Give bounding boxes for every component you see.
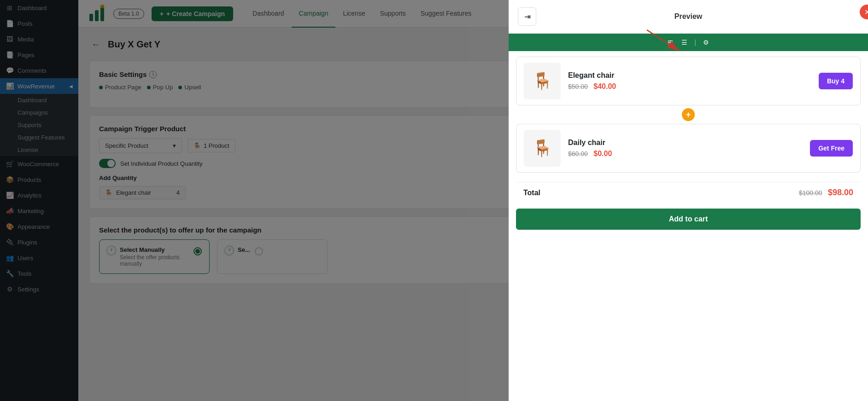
chair-image-2: 🪑 (532, 139, 553, 158)
widget-toolbar: ⊞ ☰ | ⚙ (509, 34, 868, 51)
product-1-image: 🪑 (524, 63, 561, 99)
preview-header: ⇥ Preview (509, 0, 868, 34)
preview-title: Preview (674, 12, 702, 21)
get-free-button[interactable]: Get Free (810, 140, 853, 157)
toolbar-separator: | (694, 39, 696, 46)
grid-icon[interactable]: ⊞ (666, 37, 674, 47)
expand-icon: ⇥ (524, 12, 530, 21)
list-icon[interactable]: ☰ (680, 37, 689, 47)
product-1-price-new: $40.00 (593, 82, 616, 90)
product-2-info: Daily chair $60.00 $0.00 (568, 139, 803, 158)
total-label: Total (523, 189, 540, 197)
close-icon: ✕ (864, 8, 868, 17)
plus-circle-icon: + (682, 108, 695, 121)
preview-panel: ⇥ Preview ✕ ⊞ ☰ | ⚙ (509, 0, 868, 401)
product-2-prices: $60.00 $0.00 (568, 150, 803, 158)
product-2-name: Daily chair (568, 139, 803, 147)
product-2-image: 🪑 (524, 130, 561, 167)
settings-toolbar-icon[interactable]: ⚙ (702, 37, 710, 47)
product-1-prices: $50.00 $40.00 (568, 82, 811, 91)
preview-total: Total $100.00 $98.00 (516, 182, 861, 203)
preview-product-2: 🪑 Daily chair $60.00 $0.00 Get Free (516, 124, 861, 173)
total-new-price: $98.00 (828, 188, 853, 197)
product-1-price-old: $50.00 (568, 83, 588, 90)
add-to-cart-button[interactable]: Add to cart (516, 209, 861, 230)
preview-product-1: 🪑 Elegant chair $50.00 $40.00 Buy 4 (516, 57, 861, 105)
plus-separator: + (516, 105, 861, 124)
main-area: Beta 1.0 + + Create Campaign Dashboard C… (78, 0, 868, 401)
preview-body: 🪑 Elegant chair $50.00 $40.00 Buy 4 (509, 51, 868, 401)
expand-button[interactable]: ⇥ (518, 7, 536, 26)
product-2-price-new: $0.00 (593, 150, 612, 157)
product-2-price-old: $60.00 (568, 150, 588, 157)
total-prices: $100.00 $98.00 (799, 188, 853, 198)
buy-4-button[interactable]: Buy 4 (819, 73, 853, 89)
product-1-info: Elegant chair $50.00 $40.00 (568, 71, 811, 91)
preview-overlay: ⇥ Preview ✕ ⊞ ☰ | ⚙ (78, 0, 868, 401)
total-old-price: $100.00 (799, 189, 822, 197)
product-1-name: Elegant chair (568, 71, 811, 80)
chair-image-1: 🪑 (532, 71, 553, 91)
preview-products: 🪑 Elegant chair $50.00 $40.00 Buy 4 (509, 51, 868, 178)
